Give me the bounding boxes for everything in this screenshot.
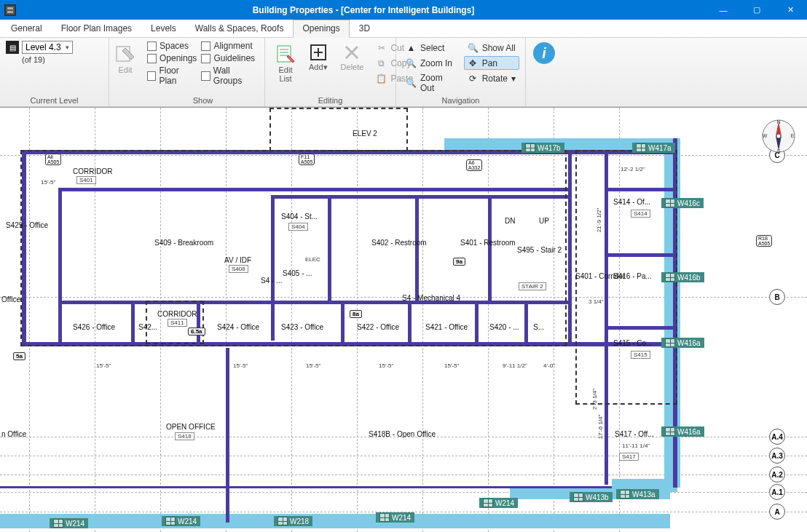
close-button[interactable]: ✕: [773, 0, 807, 20]
room-code: S414: [631, 210, 650, 218]
level-count: (of 19): [22, 55, 45, 64]
dimension-text: 4'-0": [543, 362, 555, 369]
dimension-text: 3 1/4": [588, 298, 604, 305]
grid-bubble-A: A: [769, 504, 785, 520]
tab-openings[interactable]: Openings: [293, 20, 349, 38]
cursor-icon: ▲: [406, 42, 417, 53]
zoomin-button[interactable]: 🔍Zoom In: [402, 56, 460, 70]
window-tag[interactable]: W417a: [632, 143, 675, 153]
room-label: S423 - Office: [281, 323, 323, 331]
dimension-text: ELEC: [305, 256, 320, 263]
dimension-text: 15'-5": [233, 362, 248, 369]
room-label: S409 - Breakroom: [154, 239, 213, 247]
elevation-bubble: R18A505: [756, 235, 772, 247]
editlist-button[interactable]: Edit List: [271, 41, 300, 86]
showall-button[interactable]: 🔍Show All: [464, 41, 519, 55]
delete-button[interactable]: Delete: [336, 41, 369, 74]
marker: 9a: [453, 258, 465, 266]
tab-general[interactable]: General: [1, 20, 52, 37]
svg-text:S: S: [777, 148, 781, 154]
room-label: S415 - Co...: [613, 339, 652, 347]
elevation-bubble: A6A332: [466, 159, 482, 171]
grid-bubble-A.1: A.1: [769, 484, 785, 500]
info-button[interactable]: i: [533, 42, 555, 64]
chk-floorplan[interactable]: Floor Plan: [147, 65, 197, 86]
window-title: Building Properties - [Center for Intell…: [20, 5, 706, 15]
zoomout-button[interactable]: 🔍Zoom Out: [402, 71, 460, 95]
window-tag[interactable]: W416a: [661, 338, 704, 348]
floorplan-canvas[interactable]: CBA.4A.3A.2A.1ACORRIDORS401S429 - Office…: [0, 107, 807, 532]
level-icon: ▤: [6, 41, 19, 54]
dashed-region-0: [269, 108, 408, 151]
svg-rect-2: [7, 11, 13, 13]
room-label: Office: [1, 295, 20, 303]
svg-point-20: [776, 134, 781, 138]
room-code: S411: [168, 319, 187, 327]
tab-floorplan-images[interactable]: Floor Plan Images: [52, 20, 141, 37]
window-tag[interactable]: W413b: [570, 492, 613, 502]
room-label: CORRIDOR: [157, 310, 197, 318]
window-tag[interactable]: W416a: [661, 426, 704, 437]
room-label: S422 - Office: [357, 323, 399, 331]
chk-guidelines[interactable]: Guidelines: [201, 53, 259, 63]
paste-icon: 📋: [376, 73, 387, 84]
room-code: S415: [631, 351, 650, 359]
chk-wallgroups[interactable]: Wall Groups: [201, 65, 259, 86]
titlebar: Building Properties - [Center for Intell…: [0, 0, 807, 20]
dimension-text: 12'-2 1/2": [621, 166, 645, 172]
tab-levels[interactable]: Levels: [141, 20, 186, 37]
marker: 5a: [13, 352, 25, 360]
tab-3d[interactable]: 3D: [350, 20, 379, 37]
group-label-navigation: Navigation: [402, 95, 519, 105]
chk-spaces[interactable]: Spaces: [147, 41, 197, 51]
dimension-text: 15'-5": [444, 362, 459, 369]
window-tag[interactable]: W214: [376, 512, 414, 523]
window-tag[interactable]: W214: [50, 518, 88, 528]
add-button[interactable]: Add▾: [304, 41, 332, 75]
pan-button[interactable]: ✥Pan: [464, 56, 519, 70]
room-label: S417 - Off...: [615, 430, 654, 438]
rotate-button[interactable]: ⟳Rotate▾: [464, 71, 519, 85]
room-label: UP: [539, 217, 549, 225]
gridline-A.3: [0, 456, 807, 456]
window-tag[interactable]: W416b: [661, 272, 704, 282]
chk-alignment[interactable]: Alignment: [201, 41, 259, 51]
room-label: S42...: [138, 323, 157, 331]
window-tag[interactable]: W417b: [521, 143, 564, 153]
room-label: S404 - St...: [281, 213, 318, 221]
svg-rect-1: [7, 7, 13, 9]
room-label: S...: [533, 323, 544, 331]
dimension-text: 15'-5": [306, 362, 320, 369]
chk-openings[interactable]: Openings: [147, 53, 197, 63]
room-label: S418B - Open Office: [369, 430, 436, 438]
room-label: ELEV 2: [353, 130, 377, 138]
select-button[interactable]: ▲Select: [402, 41, 460, 55]
window-tag[interactable]: W214: [162, 516, 200, 526]
dimension-text: 11'-11 1/4": [622, 442, 650, 449]
edit-button[interactable]: Edit: [111, 41, 140, 77]
tab-walls-spaces[interactable]: Walls & Spaces, Roofs: [186, 20, 294, 37]
room-label: AV / IDF: [224, 256, 251, 264]
maximize-button[interactable]: ▢: [740, 0, 773, 20]
dimension-text: 15'-5": [96, 362, 111, 369]
zoomin-icon: 🔍: [406, 57, 417, 68]
room-code: S418: [175, 432, 194, 440]
tab-strip: General Floor Plan Images Levels Walls &…: [0, 20, 807, 38]
room-label: OPEN OFFICE: [166, 423, 216, 431]
pan-icon: ✥: [468, 57, 479, 68]
elevation-bubble: F11A505: [299, 154, 315, 165]
dimension-text: 15'-5": [41, 179, 55, 186]
room-label: DN: [505, 217, 515, 225]
minimize-button[interactable]: —: [706, 0, 740, 20]
hvac-duct-2: [0, 514, 670, 528]
window-tag[interactable]: W214: [479, 498, 518, 508]
group-label-editing: Editing: [271, 95, 390, 105]
window-tag[interactable]: W416c: [661, 198, 704, 208]
svg-text:E: E: [791, 133, 795, 138]
window-tag[interactable]: W413a: [616, 489, 659, 499]
group-label-show: Show: [147, 95, 259, 105]
dimension-text: 17'-6 1/4": [597, 415, 604, 440]
level-dropdown[interactable]: Level 4.3: [22, 41, 73, 54]
window-tag[interactable]: W218: [274, 516, 312, 526]
dimension-text: 2'-3 1/4": [591, 389, 598, 410]
